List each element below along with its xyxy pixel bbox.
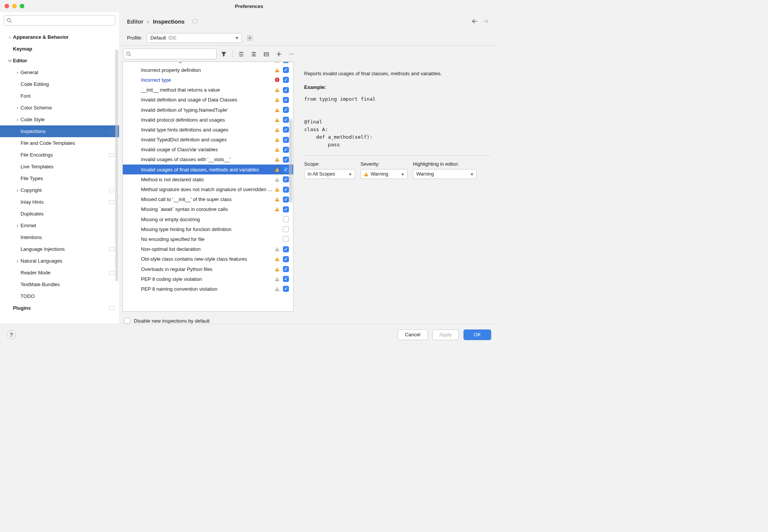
maximize-window-button[interactable]	[20, 4, 24, 8]
sidebar-item-emmet[interactable]: ›Emmet	[0, 220, 119, 231]
inspection-row[interactable]: No encoding specified for file	[123, 234, 293, 244]
inspection-row[interactable]: Incorrect property definition	[123, 65, 293, 75]
inspection-checkbox[interactable]	[283, 107, 289, 113]
inspection-checkbox[interactable]	[283, 286, 289, 292]
inspection-checkbox[interactable]	[283, 157, 289, 163]
inspection-checkbox[interactable]	[283, 137, 289, 143]
sidebar-item-textmate-bundles[interactable]: TextMate Bundles	[0, 279, 119, 290]
highlighting-dropdown[interactable]: Warning ▾	[413, 169, 477, 179]
inspection-row[interactable]: Method is not declared static	[123, 174, 293, 184]
sidebar-item-label: Keymap	[13, 46, 114, 52]
nav-back-button[interactable]	[471, 18, 478, 25]
inspection-checkbox[interactable]	[283, 187, 289, 193]
inspection-checkbox[interactable]	[283, 127, 289, 133]
profile-settings-button[interactable]	[246, 35, 253, 41]
inspection-row[interactable]: Non-optimal list declaration	[123, 244, 293, 254]
close-window-button[interactable]	[5, 4, 9, 8]
inspection-row[interactable]: Missing or empty docstring	[123, 214, 293, 224]
help-button[interactable]: ?	[7, 330, 16, 339]
reset-icon[interactable]	[263, 51, 270, 57]
inspection-search-input[interactable]	[123, 49, 217, 59]
sidebar-item-file-and-code-templates[interactable]: File and Code Templates	[0, 137, 119, 149]
inspection-checkbox[interactable]	[283, 266, 289, 272]
inspection-checkbox[interactable]	[283, 97, 289, 103]
inspection-checkbox[interactable]	[283, 216, 289, 222]
sidebar-item-code-editing[interactable]: Code Editing	[0, 78, 119, 90]
severity-dropdown[interactable]: Warning ▾	[360, 169, 408, 179]
inspection-row[interactable]: Invalid usages of final classes, methods…	[123, 165, 293, 174]
sidebar-item-file-encodings[interactable]: File Encodings	[0, 149, 119, 161]
inspection-checkbox[interactable]	[283, 166, 289, 173]
inspection-checkbox[interactable]	[283, 87, 289, 93]
inspection-row[interactable]: Old-style class contains new-style class…	[123, 254, 293, 264]
sidebar-item-keymap[interactable]: Keymap	[0, 43, 119, 55]
inspection-checkbox[interactable]	[283, 67, 289, 73]
inspection-label: PEP 8 coding style violation	[141, 276, 273, 282]
sidebar-item-editor[interactable]: Editor	[0, 55, 119, 66]
inspection-row[interactable]: Invalid protocol definitions and usages	[123, 115, 293, 125]
inspection-checkbox[interactable]	[283, 147, 289, 153]
scope-dropdown[interactable]: In All Scopes ▾	[304, 169, 355, 179]
sidebar-item-natural-languages[interactable]: ›Natural Languages	[0, 255, 119, 267]
sidebar-item-copyright[interactable]: ›Copyright	[0, 184, 119, 196]
inspection-row[interactable]: Overloads in regular Python files	[123, 264, 293, 274]
inspection-checkbox[interactable]	[283, 226, 289, 232]
filter-icon[interactable]	[221, 51, 227, 57]
inspection-row[interactable]: Incorrect docstring	[123, 62, 293, 65]
sidebar-item-file-types[interactable]: File Types	[0, 173, 119, 184]
inspection-checkbox[interactable]	[283, 62, 289, 63]
sidebar-item-font[interactable]: Font	[0, 90, 119, 102]
inspection-row[interactable]: Invalid definition and usage of Data Cla…	[123, 95, 293, 105]
weak-warning-icon	[275, 287, 279, 291]
inspection-row[interactable]: Invalid TypedDict definition and usages	[123, 135, 293, 145]
sidebar-item-code-style[interactable]: ›Code Style	[0, 114, 119, 125]
inspection-label: Method signature does not match signatur…	[141, 187, 273, 192]
inspection-row[interactable]: Incorrect type	[123, 75, 293, 85]
inspection-row[interactable]: Missing type hinting for function defini…	[123, 224, 293, 234]
expand-all-icon[interactable]	[238, 51, 244, 57]
inspection-row[interactable]: Method signature does not match signatur…	[123, 184, 293, 194]
inspection-checkbox[interactable]	[283, 196, 289, 203]
inspection-row[interactable]: Invalid definition of 'typing.NamedTuple…	[123, 105, 293, 115]
cancel-button[interactable]: Cancel	[398, 329, 427, 340]
inspection-checkbox[interactable]	[283, 236, 289, 242]
sidebar-item-todo[interactable]: TODO	[0, 290, 119, 302]
sidebar-item-duplicates[interactable]: Duplicates	[0, 208, 119, 220]
inspection-checkbox[interactable]	[283, 256, 289, 262]
inspection-row[interactable]: PEP 8 naming convention violation	[123, 284, 293, 294]
add-icon[interactable]	[276, 51, 282, 57]
inspection-checkbox[interactable]	[283, 117, 289, 123]
sidebar-item-appearance-behavior[interactable]: ›Appearance & Behavior	[0, 31, 119, 43]
sidebar-item-inspections[interactable]: Inspections	[0, 125, 119, 137]
sidebar-item-reader-mode[interactable]: Reader Mode	[0, 267, 119, 279]
inspection-row[interactable]: Invalid type hints definitions and usage…	[123, 125, 293, 135]
sidebar-item-intentions[interactable]: Intentions	[0, 231, 119, 243]
collapse-all-icon[interactable]	[251, 51, 257, 57]
inspection-checkbox[interactable]	[283, 176, 289, 182]
sidebar-item-plugins[interactable]: Plugins	[0, 302, 119, 314]
sidebar-scrollbar[interactable]	[115, 49, 118, 281]
inspection-checkbox[interactable]	[283, 246, 289, 252]
ok-button[interactable]: OK	[463, 329, 491, 340]
minimize-window-button[interactable]	[12, 4, 17, 8]
sidebar-item-inlay-hints[interactable]: Inlay Hints	[0, 196, 119, 208]
sidebar-item-live-templates[interactable]: Live Templates	[0, 161, 119, 173]
inspection-row[interactable]: Missing `await` syntax in coroutine call…	[123, 204, 293, 214]
disable-new-inspections-checkbox[interactable]	[124, 318, 130, 324]
list-scrollbar[interactable]	[289, 119, 292, 203]
inspection-checkbox[interactable]	[283, 276, 289, 282]
inspection-row[interactable]: Invalid usages of classes with '__slots_…	[123, 155, 293, 165]
inspection-row[interactable]: PEP 8 coding style violation	[123, 274, 293, 284]
sidebar-item-language-injections[interactable]: Language Injections	[0, 243, 119, 255]
sidebar-item-color-scheme[interactable]: ›Color Scheme	[0, 102, 119, 114]
inspection-row[interactable]: Missed call to '__init__' of the super c…	[123, 195, 293, 204]
sidebar-search-input[interactable]	[4, 15, 115, 26]
breadcrumb-parent[interactable]: Editor	[127, 18, 143, 25]
profile-dropdown[interactable]: Default IDE ▾	[147, 33, 242, 43]
inspection-row[interactable]: Invalid usage of ClassVar variables	[123, 145, 293, 155]
inspection-checkbox[interactable]	[283, 206, 289, 212]
sidebar-item-general[interactable]: ›General	[0, 66, 119, 78]
inspection-row[interactable]: __init__ method that returns a value	[123, 85, 293, 95]
inspection-checkbox[interactable]	[283, 77, 289, 83]
svg-line-4	[130, 55, 131, 57]
